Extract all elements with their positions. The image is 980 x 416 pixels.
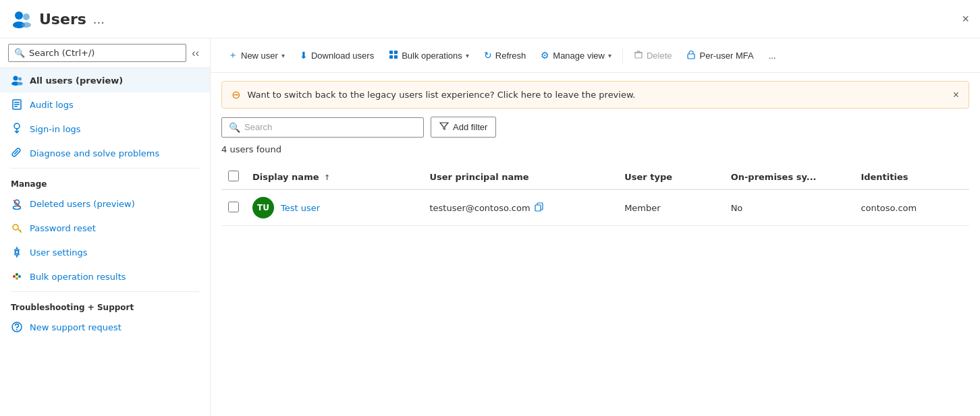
svg-point-3 [22,22,31,28]
row-upn-cell: testuser@contoso.com [423,189,618,226]
result-count: 4 users found [221,144,969,158]
sidebar-search-placeholder: Search (Ctrl+/) [29,48,94,58]
key-icon [11,222,23,234]
refresh-button[interactable]: ↻ Refresh [477,46,533,65]
copy-icon[interactable] [535,202,544,214]
header-checkbox-cell [221,165,246,189]
svg-rect-26 [389,51,393,54]
sidebar-item-deleted-users[interactable]: Deleted users (preview) [0,191,210,216]
search-icon: 🔍 [14,48,25,58]
bulk-chevron-icon: ▾ [466,52,469,59]
sidebar-item-label: Diagnose and solve problems [30,148,159,158]
manage-view-icon: ⚙ [541,50,549,61]
svg-rect-9 [14,102,20,103]
svg-point-19 [16,251,19,254]
book-icon [11,98,23,111]
sidebar-item-signin-logs[interactable]: Sign-in logs [0,117,210,141]
top-bar: Users ... × [0,0,980,38]
avatar-initials: TU [257,203,269,212]
wrench-icon [11,147,23,159]
row-identities-cell: contoso.com [854,189,969,226]
svg-rect-28 [389,55,393,59]
select-all-checkbox[interactable] [228,171,239,181]
more-toolbar-button[interactable]: ... [762,47,783,65]
preview-banner: ⊖ Want to switch back to the legacy user… [221,81,969,109]
bulk-operations-label: Bulk operations [402,51,462,61]
sidebar-item-new-support[interactable]: New support request [0,315,210,339]
header-identities[interactable]: Identities [854,165,969,189]
sidebar-item-label: User settings [30,247,88,258]
app-icon [11,8,32,30]
sidebar-item-label: Password reset [30,223,96,233]
svg-point-22 [18,275,21,278]
svg-rect-29 [394,55,398,59]
collapse-button[interactable]: ‹‹ [189,44,202,62]
table-area: 🔍 Add filter 4 users found [211,117,980,416]
svg-point-20 [13,275,16,278]
download-icon: ⬇ [300,50,308,61]
sidebar-item-password-reset[interactable]: Password reset [0,216,210,240]
user-type-label: User type [624,172,672,182]
support-icon [11,321,23,333]
table-header-row: Display name ↑ User principal name User … [221,165,969,189]
sidebar-search[interactable]: 🔍 Search (Ctrl+/) [8,44,186,62]
sidebar-item-label: Audit logs [30,100,74,110]
per-user-mfa-button[interactable]: Per-user MFA [680,46,760,65]
manage-view-button[interactable]: ⚙ Manage view ▾ [534,46,618,65]
svg-rect-11 [14,106,18,107]
sidebar-item-bulk-results[interactable]: Bulk operation results [0,264,210,289]
sidebar-item-user-settings[interactable]: User settings [0,240,210,264]
row-checkbox[interactable] [228,202,239,212]
banner-text[interactable]: Want to switch back to the legacy users … [247,90,946,100]
content-area: ＋ New user ▾ ⬇ Download users Bulk opera… [211,38,980,416]
close-button[interactable]: × [962,12,969,26]
sidebar-item-label: Bulk operation results [30,272,126,282]
bulk-ops-icon [389,50,398,61]
on-premises-label: On-premises sy... [731,172,817,182]
refresh-icon: ↻ [484,50,492,61]
display-name-label: Display name [252,172,319,182]
search-input[interactable] [244,122,416,132]
svg-point-4 [13,76,18,81]
svg-point-25 [16,329,18,330]
users-table: Display name ↑ User principal name User … [221,165,969,226]
sidebar-item-audit-logs[interactable]: Audit logs [0,92,210,117]
header-upn[interactable]: User principal name [423,165,618,189]
row-display-name-cell: TU Test user [246,189,423,226]
sidebar-item-diagnose[interactable]: Diagnose and solve problems [0,141,210,165]
mfa-icon [686,50,696,61]
svg-point-2 [23,13,30,20]
svg-rect-30 [635,53,642,58]
identities-label: Identities [861,172,908,182]
banner-close-button[interactable]: × [953,89,959,101]
page-title: Users [39,11,86,28]
bulk-operations-button[interactable]: Bulk operations ▾ [382,46,476,65]
svg-point-21 [16,273,18,276]
sidebar-item-label: Deleted users (preview) [30,199,135,209]
row-checkbox-cell [221,189,246,226]
header-user-type[interactable]: User type [618,165,724,189]
svg-point-16 [13,225,18,230]
troubleshoot-divider [11,291,199,292]
row-user-type-cell: Member [618,189,724,226]
new-user-chevron-icon: ▾ [281,52,285,59]
table-search-box[interactable]: 🔍 [221,117,424,138]
header-display-name[interactable]: Display name ↑ [246,165,423,189]
delete-button[interactable]: Delete [627,46,679,65]
avatar: TU [252,197,274,218]
sidebar-item-label: Sign-in logs [30,124,81,134]
settings-icon [11,246,23,258]
more-options-icon[interactable]: ... [93,12,105,26]
add-filter-button[interactable]: Add filter [431,117,496,138]
download-users-button[interactable]: ⬇ Download users [293,46,381,65]
delete-label: Delete [647,51,672,61]
add-filter-label: Add filter [453,122,487,132]
upn-label: User principal name [429,172,528,182]
sidebar-item-all-users[interactable]: All users (preview) [0,68,210,92]
sidebar: 🔍 Search (Ctrl+/) ‹‹ All users (preview) [0,38,211,416]
new-user-button[interactable]: ＋ New user ▾ [221,45,292,65]
user-link[interactable]: Test user [281,203,320,213]
filter-icon [439,121,449,133]
svg-point-0 [15,11,23,20]
header-on-premises[interactable]: On-premises sy... [724,165,854,189]
